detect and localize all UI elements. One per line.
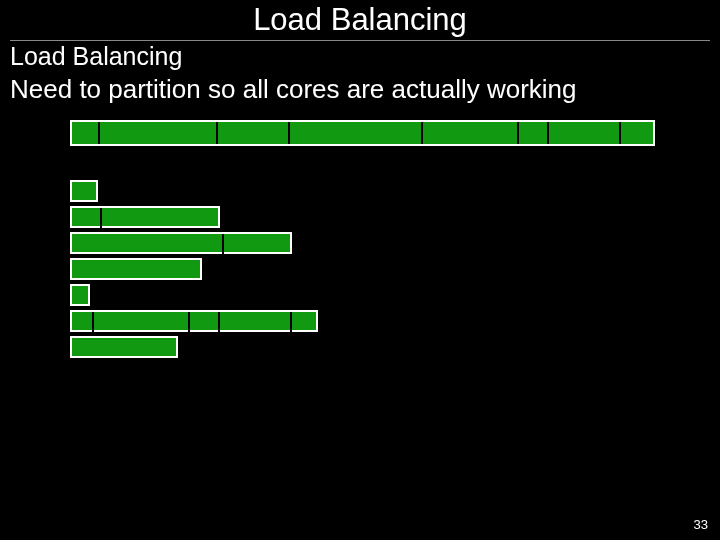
workload-segment <box>621 122 653 144</box>
workload-segment <box>218 122 290 144</box>
task-divider <box>218 312 220 334</box>
title-rule <box>10 40 710 41</box>
workload-segment <box>290 122 422 144</box>
core-row <box>70 206 655 230</box>
workload-segment <box>72 122 100 144</box>
task-divider <box>290 312 292 334</box>
task-divider <box>188 312 190 334</box>
slide: Load Balancing Load Balancing Need to pa… <box>0 0 720 540</box>
core-row <box>70 180 655 204</box>
core-row <box>70 284 655 308</box>
core-workload-bar <box>70 336 178 358</box>
task-divider <box>100 208 102 230</box>
core-workload-bar <box>70 310 318 332</box>
workload-segment <box>549 122 621 144</box>
task-divider <box>92 312 94 334</box>
core-row <box>70 336 655 360</box>
core-workload-bar <box>70 180 98 202</box>
serial-workload-strip <box>70 120 655 146</box>
core-row <box>70 310 655 334</box>
core-workload-bar <box>70 258 202 280</box>
slide-title: Load Balancing <box>0 2 720 38</box>
slide-subtitle: Load Balancing <box>10 42 182 71</box>
parallel-workload-bars <box>70 180 655 360</box>
core-row <box>70 258 655 282</box>
load-balancing-chart <box>70 120 655 362</box>
core-workload-bar <box>70 206 220 228</box>
task-divider <box>222 234 224 256</box>
workload-segment <box>100 122 218 144</box>
workload-segment <box>423 122 519 144</box>
page-number: 33 <box>694 517 708 532</box>
core-row <box>70 232 655 256</box>
body-text: Need to partition so all cores are actua… <box>10 74 577 105</box>
workload-segment <box>519 122 549 144</box>
core-workload-bar <box>70 232 292 254</box>
core-workload-bar <box>70 284 90 306</box>
